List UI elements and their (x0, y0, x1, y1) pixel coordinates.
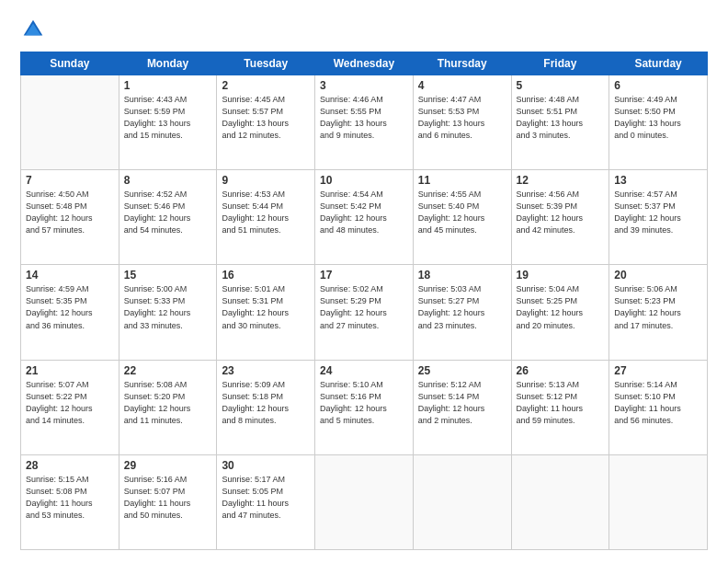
calendar-header: SundayMondayTuesdayWednesdayThursdayFrid… (21, 52, 708, 75)
calendar-cell: 11Sunrise: 4:55 AM Sunset: 5:40 PM Dayli… (413, 170, 511, 265)
day-header-sunday: Sunday (21, 52, 119, 75)
day-number: 11 (418, 174, 506, 187)
calendar-cell: 5Sunrise: 4:48 AM Sunset: 5:51 PM Daylig… (511, 75, 609, 170)
calendar-cell: 22Sunrise: 5:08 AM Sunset: 5:20 PM Dayli… (119, 360, 217, 454)
calendar-cell (609, 454, 708, 549)
day-number: 19 (517, 269, 605, 282)
day-number: 9 (222, 174, 310, 187)
day-header-monday: Monday (119, 52, 217, 75)
day-info: Sunrise: 5:00 AM Sunset: 5:33 PM Dayligh… (124, 283, 212, 331)
calendar-cell: 17Sunrise: 5:02 AM Sunset: 5:29 PM Dayli… (315, 265, 414, 360)
day-number: 7 (26, 174, 114, 187)
day-info: Sunrise: 5:17 AM Sunset: 5:05 PM Dayligh… (222, 474, 310, 522)
calendar-cell: 19Sunrise: 5:04 AM Sunset: 5:25 PM Dayli… (511, 265, 609, 360)
calendar-cell: 15Sunrise: 5:00 AM Sunset: 5:33 PM Dayli… (119, 265, 217, 360)
day-info: Sunrise: 5:10 AM Sunset: 5:16 PM Dayligh… (320, 379, 408, 427)
day-number: 14 (26, 269, 114, 282)
day-number: 29 (124, 459, 212, 472)
day-info: Sunrise: 4:45 AM Sunset: 5:57 PM Dayligh… (222, 94, 310, 142)
day-info: Sunrise: 4:54 AM Sunset: 5:42 PM Dayligh… (320, 189, 408, 236)
calendar-cell: 14Sunrise: 4:59 AM Sunset: 5:35 PM Dayli… (21, 265, 119, 360)
day-info: Sunrise: 5:14 AM Sunset: 5:10 PM Dayligh… (614, 379, 702, 427)
day-info: Sunrise: 4:48 AM Sunset: 5:51 PM Dayligh… (517, 94, 605, 142)
calendar-cell: 29Sunrise: 5:16 AM Sunset: 5:07 PM Dayli… (119, 454, 217, 549)
calendar-cell (315, 454, 414, 549)
calendar-cell (21, 75, 119, 170)
day-info: Sunrise: 5:04 AM Sunset: 5:25 PM Dayligh… (517, 283, 605, 331)
day-header-saturday: Saturday (609, 52, 708, 75)
week-row-1: 7Sunrise: 4:50 AM Sunset: 5:48 PM Daylig… (21, 170, 708, 265)
day-header-tuesday: Tuesday (217, 52, 315, 75)
day-info: Sunrise: 4:53 AM Sunset: 5:44 PM Dayligh… (222, 189, 310, 236)
day-info: Sunrise: 4:55 AM Sunset: 5:40 PM Dayligh… (418, 189, 506, 236)
day-info: Sunrise: 5:12 AM Sunset: 5:14 PM Dayligh… (418, 379, 506, 427)
week-row-4: 28Sunrise: 5:15 AM Sunset: 5:08 PM Dayli… (21, 454, 708, 549)
header (20, 17, 708, 42)
calendar-cell: 8Sunrise: 4:52 AM Sunset: 5:46 PM Daylig… (119, 170, 217, 265)
header-row: SundayMondayTuesdayWednesdayThursdayFrid… (21, 52, 708, 75)
calendar-cell: 26Sunrise: 5:13 AM Sunset: 5:12 PM Dayli… (511, 360, 609, 454)
day-number: 4 (418, 79, 506, 92)
calendar-cell: 13Sunrise: 4:57 AM Sunset: 5:37 PM Dayli… (609, 170, 708, 265)
day-info: Sunrise: 5:16 AM Sunset: 5:07 PM Dayligh… (124, 474, 212, 522)
calendar-cell: 9Sunrise: 4:53 AM Sunset: 5:44 PM Daylig… (217, 170, 315, 265)
calendar-cell (511, 454, 609, 549)
day-info: Sunrise: 5:01 AM Sunset: 5:31 PM Dayligh… (222, 283, 310, 331)
day-number: 21 (26, 364, 114, 377)
calendar-cell: 12Sunrise: 4:56 AM Sunset: 5:39 PM Dayli… (511, 170, 609, 265)
calendar-cell: 27Sunrise: 5:14 AM Sunset: 5:10 PM Dayli… (609, 360, 708, 454)
day-number: 26 (517, 364, 605, 377)
calendar-table: SundayMondayTuesdayWednesdayThursdayFrid… (20, 52, 708, 550)
day-info: Sunrise: 5:06 AM Sunset: 5:23 PM Dayligh… (614, 283, 702, 331)
day-number: 22 (124, 364, 212, 377)
day-number: 8 (124, 174, 212, 187)
calendar-cell: 25Sunrise: 5:12 AM Sunset: 5:14 PM Dayli… (413, 360, 511, 454)
day-number: 3 (320, 79, 408, 92)
calendar-cell: 30Sunrise: 5:17 AM Sunset: 5:05 PM Dayli… (217, 454, 315, 549)
day-number: 15 (124, 269, 212, 282)
calendar-cell: 28Sunrise: 5:15 AM Sunset: 5:08 PM Dayli… (21, 454, 119, 549)
day-info: Sunrise: 4:43 AM Sunset: 5:59 PM Dayligh… (124, 94, 212, 142)
page: SundayMondayTuesdayWednesdayThursdayFrid… (0, 0, 728, 563)
day-info: Sunrise: 4:52 AM Sunset: 5:46 PM Dayligh… (124, 189, 212, 236)
week-row-0: 1Sunrise: 4:43 AM Sunset: 5:59 PM Daylig… (21, 75, 708, 170)
calendar-cell: 2Sunrise: 4:45 AM Sunset: 5:57 PM Daylig… (217, 75, 315, 170)
day-number: 10 (320, 174, 408, 187)
day-number: 27 (614, 364, 702, 377)
day-info: Sunrise: 5:13 AM Sunset: 5:12 PM Dayligh… (517, 379, 605, 427)
day-info: Sunrise: 5:15 AM Sunset: 5:08 PM Dayligh… (26, 474, 114, 522)
day-number: 30 (222, 459, 310, 472)
calendar-cell: 3Sunrise: 4:46 AM Sunset: 5:55 PM Daylig… (315, 75, 414, 170)
week-row-3: 21Sunrise: 5:07 AM Sunset: 5:22 PM Dayli… (21, 360, 708, 454)
day-number: 16 (222, 269, 310, 282)
day-info: Sunrise: 4:46 AM Sunset: 5:55 PM Dayligh… (320, 94, 408, 142)
day-number: 12 (517, 174, 605, 187)
calendar-cell: 21Sunrise: 5:07 AM Sunset: 5:22 PM Dayli… (21, 360, 119, 454)
day-number: 2 (222, 79, 310, 92)
calendar-cell: 20Sunrise: 5:06 AM Sunset: 5:23 PM Dayli… (609, 265, 708, 360)
day-number: 23 (222, 364, 310, 377)
calendar-cell: 16Sunrise: 5:01 AM Sunset: 5:31 PM Dayli… (217, 265, 315, 360)
day-info: Sunrise: 5:07 AM Sunset: 5:22 PM Dayligh… (26, 379, 114, 427)
day-info: Sunrise: 4:47 AM Sunset: 5:53 PM Dayligh… (418, 94, 506, 142)
day-header-wednesday: Wednesday (315, 52, 414, 75)
calendar-cell: 24Sunrise: 5:10 AM Sunset: 5:16 PM Dayli… (315, 360, 414, 454)
day-number: 13 (614, 174, 702, 187)
day-number: 1 (124, 79, 212, 92)
day-number: 17 (320, 269, 408, 282)
day-info: Sunrise: 4:56 AM Sunset: 5:39 PM Dayligh… (517, 189, 605, 236)
calendar-cell: 4Sunrise: 4:47 AM Sunset: 5:53 PM Daylig… (413, 75, 511, 170)
day-number: 25 (418, 364, 506, 377)
week-row-2: 14Sunrise: 4:59 AM Sunset: 5:35 PM Dayli… (21, 265, 708, 360)
calendar-body: 1Sunrise: 4:43 AM Sunset: 5:59 PM Daylig… (21, 75, 708, 550)
day-info: Sunrise: 5:09 AM Sunset: 5:18 PM Dayligh… (222, 379, 310, 427)
day-header-thursday: Thursday (413, 52, 511, 75)
calendar-cell: 18Sunrise: 5:03 AM Sunset: 5:27 PM Dayli… (413, 265, 511, 360)
logo-icon (20, 17, 46, 42)
day-info: Sunrise: 5:08 AM Sunset: 5:20 PM Dayligh… (124, 379, 212, 427)
day-number: 5 (517, 79, 605, 92)
day-info: Sunrise: 4:57 AM Sunset: 5:37 PM Dayligh… (614, 189, 702, 236)
day-number: 28 (26, 459, 114, 472)
day-info: Sunrise: 4:59 AM Sunset: 5:35 PM Dayligh… (26, 283, 114, 331)
day-number: 6 (614, 79, 702, 92)
